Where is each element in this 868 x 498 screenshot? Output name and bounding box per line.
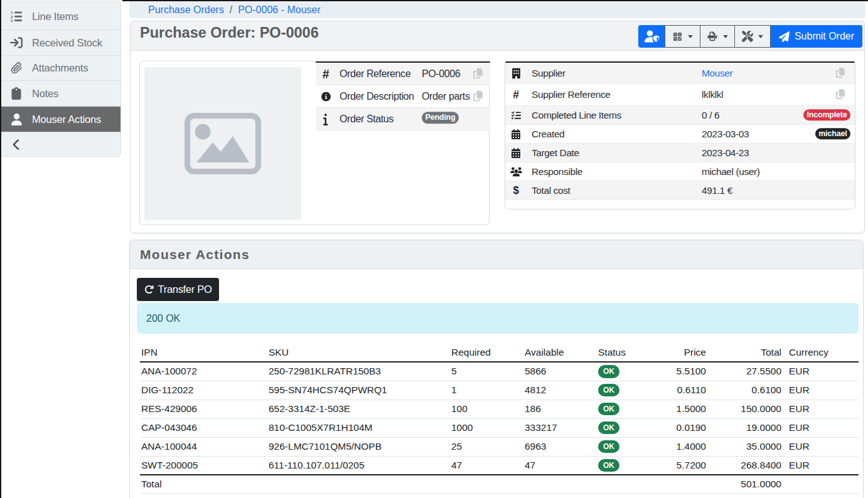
svg-text:3: 3 [11,18,13,23]
